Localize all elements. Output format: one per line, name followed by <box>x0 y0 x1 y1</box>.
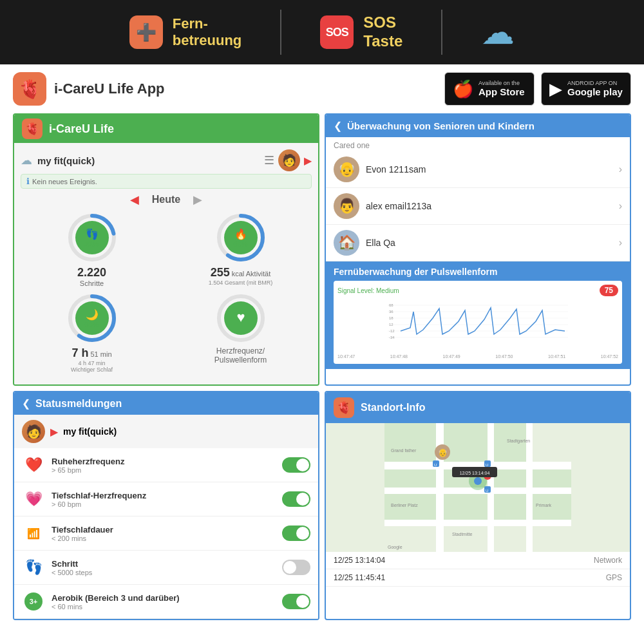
app-store-text: Available on the App Store <box>478 80 525 99</box>
svg-text:36: 36 <box>389 310 393 314</box>
steps-ring: 👣 22% <box>66 212 118 263</box>
cared-name-3: Ella Qa <box>366 238 612 248</box>
cloud-small-icon: ☁ <box>21 153 32 167</box>
sleep-time: 7 h 51 min <box>71 346 111 360</box>
svg-text:-34: -34 <box>389 336 395 339</box>
svg-text:-12: -12 <box>389 329 395 333</box>
sleep-metric: 🌙 60% 7 h 51 min 4 h 47 min Wichtiger Sc… <box>21 292 163 373</box>
aerobic-value: < 60 mins <box>52 603 276 611</box>
location-footer: 12/25 13:14:04 Network 12/25 11:45:41 GP… <box>326 552 630 587</box>
app-logo-area: 🫀 i-CareU Life App <box>13 72 165 106</box>
main-content: 🫀 i-CareU Life ☁ my fit(quick) ☰ 🧑 ▶ ℹ K… <box>0 113 644 627</box>
deep-sleep-hr-icon: 💗 <box>22 488 45 511</box>
svg-rect-27 <box>384 520 571 526</box>
fitness-icons-right: ☰ 🧑 ▶ <box>264 149 312 171</box>
location-type-1: Network <box>594 556 622 565</box>
aerobic-text: Aerobik (Bereich 3 und darüber) < 60 min… <box>52 593 276 611</box>
location-entry-2: 12/25 11:45:41 GPS <box>326 569 630 587</box>
cared-item-3[interactable]: 🏠 Ella Qa › <box>326 225 630 261</box>
deep-sleep-hr-toggle[interactable] <box>282 491 310 507</box>
resting-hr-icon: ❤️ <box>22 453 45 477</box>
user-avatar: 🧑 <box>278 149 300 171</box>
sos-feature: SOS SOS Taste <box>320 14 402 51</box>
status-item-deep-sleep-dur: 📶 Tiefschlafdauer < 200 mins <box>14 516 318 551</box>
resting-hr-text: Ruheherzfrequenz > 65 bpm <box>52 457 276 474</box>
info-banner: ℹ Kein neues Ereignis. <box>21 174 312 189</box>
top-banner: ➕ Fern- betreuung SOS SOS Taste ☁ <box>0 0 644 64</box>
svg-text:U: U <box>486 489 488 493</box>
heart-metric: ♥ Herzfrequenz/Pulswellenform <box>169 292 312 373</box>
status-items: ❤️ Ruheherzfrequenz > 65 bpm 💗 Tiefschla… <box>14 448 318 619</box>
deep-sleep-hr-text: Tiefschlaf-Herzfrequenz > 60 bpm <box>52 491 276 508</box>
cloud-feature: ☁ <box>481 13 515 52</box>
remote-care-feature: ➕ Fern- betreuung <box>129 15 242 50</box>
next-day-arrow[interactable]: ▶ <box>193 193 202 207</box>
aerobic-icon: 3+ <box>22 590 45 613</box>
deep-sleep-dur-value: < 200 mins <box>52 535 276 542</box>
kcal-ring: 🔥 60% <box>215 212 267 263</box>
cared-avatar-3: 🏠 <box>334 230 359 256</box>
monitoring-title: Überwachung von Senioren und Kindern <box>347 120 535 131</box>
aerobic-toggle[interactable] <box>282 594 310 609</box>
steps-ring-center: 👣 22% <box>84 228 99 248</box>
sleep-sub2: Wichtiger Schlaf <box>71 366 113 373</box>
svg-text:12: 12 <box>389 323 393 327</box>
map-svg: Grand father Stadtgarten Berliner Platz … <box>326 423 630 552</box>
status-avatar: 🧑 <box>22 420 45 443</box>
app-store-badge[interactable]: 🍎 Available on the App Store <box>444 72 535 106</box>
kcal-unit: kcal Aktivität <box>232 270 271 278</box>
status-panel: ❮ Statusmeldungen 🧑 ▶ my fit(quick) ❤️ R… <box>13 391 319 620</box>
steps-toggle[interactable] <box>282 560 310 575</box>
kcal-metric: 🔥 60% 255 kcal Aktivität 1.504 Gesamt (m… <box>169 212 312 287</box>
pulse-chart-header: Signal Level: Medium 75 <box>337 285 618 296</box>
map-area: Grand father Stadtgarten Berliner Platz … <box>326 423 630 552</box>
deep-sleep-hr-value: > 60 bpm <box>52 500 276 508</box>
status-username: my fit(quick) <box>63 426 117 437</box>
cared-name-1: Evon 1211sam <box>366 164 612 175</box>
sos-icon: SOS <box>320 15 354 49</box>
back-arrow-icon[interactable]: ❮ <box>334 120 342 132</box>
monitoring-header: ❮ Überwachung von Senioren und Kindern <box>326 115 630 137</box>
cared-avatar-1: 👴 <box>334 156 359 182</box>
cared-item-2[interactable]: 👨 alex email1213a › <box>326 188 630 225</box>
info-icon: ℹ <box>26 176 30 186</box>
resting-hr-toggle[interactable] <box>282 457 310 473</box>
steps-status-value: < 5000 steps <box>52 569 276 576</box>
status-header: ❮ Statusmeldungen <box>14 392 318 415</box>
steps-status-text: Schritt < 5000 steps <box>52 559 276 576</box>
cared-item-1[interactable]: 👴 Evon 1211sam › <box>326 151 630 188</box>
google-play-badge[interactable]: ▶ ANDROID APP ON Google play <box>541 72 631 106</box>
prev-day-arrow[interactable]: ◀ <box>130 193 139 207</box>
location-type-2: GPS <box>606 573 622 582</box>
menu-icon[interactable]: ☰ <box>264 153 274 167</box>
moon-icon: 🌙 <box>86 308 99 321</box>
steps-value: 2.220 <box>77 266 106 279</box>
sleep-hours: 7 h <box>71 346 88 360</box>
location-header-icon: 🫀 <box>334 397 354 418</box>
status-back-arrow[interactable]: ❮ <box>22 397 30 410</box>
fitness-panel: 🫀 i-CareU Life ☁ my fit(quick) ☰ 🧑 ▶ ℹ K… <box>13 113 319 386</box>
kcal-sub: 1.504 Gesamt (mit BMR) <box>209 279 273 286</box>
fitness-header-title: i-CareU Life <box>49 122 114 136</box>
svg-point-54 <box>474 477 482 485</box>
sleep-ring-center: 🌙 60% <box>84 308 99 328</box>
location-title: Standort-Info <box>361 402 425 413</box>
resting-hr-value: > 65 bpm <box>52 466 276 474</box>
svg-text:Berliner Platz: Berliner Platz <box>391 503 418 507</box>
deep-sleep-dur-toggle[interactable] <box>282 526 310 541</box>
cared-list: 👴 Evon 1211sam › 👨 alex email1213a › 🏠 E… <box>326 151 630 261</box>
time-label-0: 10:47:47 <box>337 354 355 359</box>
fitness-user-row: ☁ my fit(quick) <box>21 153 95 167</box>
forward-arrow-icon: ▶ <box>304 155 312 167</box>
steps-pct: 22% <box>84 240 99 248</box>
deep-sleep-dur-icon: 📶 <box>22 522 45 545</box>
divider-2 <box>441 10 442 55</box>
remote-care-label: Fern- betreuung <box>173 15 242 50</box>
svg-rect-37 <box>533 469 571 488</box>
svg-rect-39 <box>444 494 488 520</box>
cared-arrow-1: › <box>619 164 622 175</box>
time-label-1: 10:47:48 <box>390 354 408 359</box>
svg-rect-31 <box>384 423 436 462</box>
sleep-sub1: 4 h 47 min <box>78 360 105 366</box>
deep-sleep-dur-text: Tiefschlafdauer < 200 mins <box>52 525 276 542</box>
